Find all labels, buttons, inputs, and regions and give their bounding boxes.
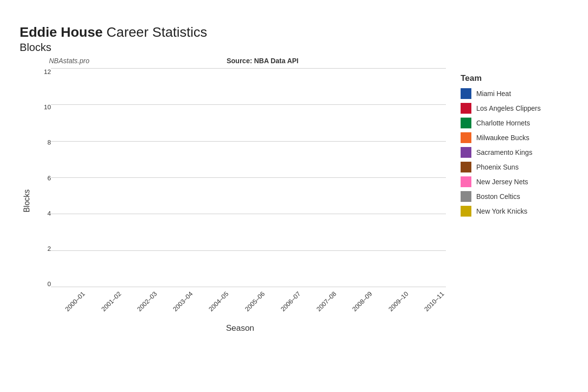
legend-item: Phoenix Suns <box>461 162 568 172</box>
legend: Team Miami Heat Los Angeles Clippers Cha… <box>461 74 568 333</box>
legend-color-swatch <box>461 191 471 202</box>
x-label: 2007–08 <box>315 290 338 313</box>
x-label-cell: 2006–07 <box>267 287 302 321</box>
x-labels-row: 2000–012001–022002–032003–042004–052005–… <box>51 287 446 321</box>
y-tick-label: 6 <box>48 175 51 181</box>
x-label: 2010–11 <box>423 290 445 313</box>
title-bold: Eddie House <box>20 24 103 40</box>
x-label: 2004–05 <box>207 290 230 313</box>
legend-item-label: Miami Heat <box>476 90 511 98</box>
grid-bars-wrap: 024681012 <box>34 69 446 287</box>
legend-color-swatch <box>461 88 471 99</box>
x-label-cell: 2000–01 <box>51 287 87 321</box>
x-label: 2002–03 <box>136 290 158 313</box>
main-title: Eddie House Career Statistics <box>20 24 568 40</box>
plot-area: 024681012 2000–012001–022002–032003–0420… <box>34 69 446 333</box>
legend-item: New Jersey Nets <box>461 176 568 187</box>
legend-item-label: Milwaukee Bucks <box>476 134 529 142</box>
x-label-cell: 2002–03 <box>123 287 159 321</box>
x-label: 2000–01 <box>64 290 86 313</box>
legend-item-label: Los Angeles Clippers <box>476 104 541 112</box>
title-area: Eddie House Career Statistics Blocks <box>20 24 568 54</box>
source-bold: NBA Data API <box>254 57 299 65</box>
legend-items: Miami Heat Los Angeles Clippers Charlott… <box>461 88 568 217</box>
source-prefix: Source: <box>226 57 254 65</box>
legend-color-swatch <box>461 132 471 143</box>
x-label-cell: 2001–02 <box>87 287 122 321</box>
y-axis-label-wrap: Blocks <box>20 69 34 333</box>
legend-item: Boston Celtics <box>461 191 568 202</box>
legend-item: Sacramento Kings <box>461 147 568 158</box>
source-label: Source: NBA Data API <box>226 57 298 65</box>
legend-title: Team <box>461 74 568 83</box>
y-tick-label: 0 <box>48 281 51 287</box>
legend-color-swatch <box>461 206 471 217</box>
title-normal: Career Statistics <box>103 24 207 40</box>
x-label: 2001–02 <box>99 290 122 313</box>
source-row: NBAstats.pro Source: NBA Data API <box>20 57 568 65</box>
x-label-cell: 2007–08 <box>302 287 338 321</box>
legend-item: Milwaukee Bucks <box>461 132 568 143</box>
x-label-cell: 2003–04 <box>159 287 195 321</box>
y-tick-label: 12 <box>44 69 51 75</box>
legend-item: Los Angeles Clippers <box>461 103 568 114</box>
x-label: 2005–06 <box>243 290 266 313</box>
y-axis-label: Blocks <box>23 189 31 212</box>
legend-item-label: Charlotte Hornets <box>476 119 530 127</box>
legend-color-swatch <box>461 103 471 114</box>
x-label-cell: 2004–05 <box>195 287 230 321</box>
x-label-cell: 2005–06 <box>230 287 266 321</box>
chart-container: Eddie House Career Statistics Blocks NBA… <box>10 10 578 382</box>
y-tick-label: 4 <box>48 210 51 217</box>
watermark-label: NBAstats.pro <box>49 57 89 65</box>
subtitle: Blocks <box>20 41 568 54</box>
x-label: 2008–09 <box>351 290 373 313</box>
legend-color-swatch <box>461 118 471 128</box>
legend-color-swatch <box>461 147 471 158</box>
legend-item-label: Boston Celtics <box>476 193 520 200</box>
x-label: 2006–07 <box>279 290 302 313</box>
bars-wrapper <box>51 69 446 287</box>
legend-item-label: Sacramento Kings <box>476 148 532 156</box>
legend-item-label: Phoenix Suns <box>476 163 518 171</box>
x-label: 2003–04 <box>172 290 194 313</box>
x-label-cell: 2008–09 <box>338 287 374 321</box>
y-tick-label: 8 <box>48 139 51 146</box>
legend-color-swatch <box>461 176 471 187</box>
y-tick-label: 10 <box>44 104 51 110</box>
x-label-cell: 2010–11 <box>410 287 446 321</box>
x-label-cell: 2009–10 <box>374 287 410 321</box>
legend-item: New York Knicks <box>461 206 568 217</box>
y-tick-label: 2 <box>48 245 51 252</box>
y-ticks: 024681012 <box>34 69 51 287</box>
legend-item: Miami Heat <box>461 88 568 99</box>
bars-and-grid <box>51 69 446 287</box>
legend-item-label: New York Knicks <box>476 207 527 215</box>
legend-item-label: New Jersey Nets <box>476 178 528 186</box>
legend-item: Charlotte Hornets <box>461 118 568 128</box>
x-axis-title: Season <box>34 323 446 333</box>
x-label: 2009–10 <box>387 290 410 313</box>
legend-color-swatch <box>461 162 471 172</box>
